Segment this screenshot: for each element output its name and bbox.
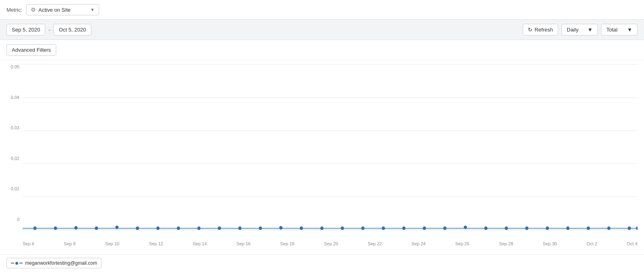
svg-point-25 <box>525 226 528 230</box>
y-label-005: 0.05 <box>11 64 19 69</box>
svg-point-9 <box>197 226 201 230</box>
y-label-002: 0.02 <box>11 156 19 161</box>
y-label-000: 0 <box>17 217 19 222</box>
metric-label: Metric: <box>6 7 22 13</box>
svg-point-17 <box>361 226 364 230</box>
frequency-chevron-icon: ▼ <box>587 27 593 33</box>
x-label-sep18: Sep 18 <box>280 241 294 246</box>
metric-value: Active on Site <box>38 7 88 13</box>
svg-point-13 <box>279 226 282 230</box>
svg-point-27 <box>566 226 570 230</box>
x-label-sep28: Sep 28 <box>499 241 513 246</box>
date-controls-bar: Sep 5, 2020 - Oct 5, 2020 ↻ Refresh Dail… <box>0 20 644 40</box>
end-date-button[interactable]: Oct 5, 2020 <box>53 24 91 36</box>
refresh-button[interactable]: ↻ Refresh <box>523 24 558 36</box>
svg-point-2 <box>54 226 57 230</box>
chart-svg <box>23 64 638 230</box>
legend-dash-right <box>19 263 23 263</box>
advanced-filters-button[interactable]: Advanced Filters <box>6 44 56 56</box>
x-label-sep14: Sep 14 <box>193 241 207 246</box>
svg-point-20 <box>423 226 426 230</box>
svg-point-18 <box>382 226 385 230</box>
metric-bar: Metric: ⚙ Active on Site ▼ <box>0 0 644 20</box>
date-range: Sep 5, 2020 - Oct 5, 2020 <box>6 24 91 36</box>
svg-point-4 <box>95 226 98 230</box>
legend-dash-left <box>11 263 14 263</box>
svg-point-19 <box>402 226 405 230</box>
aggregate-label: Total <box>606 27 617 33</box>
start-date-button[interactable]: Sep 5, 2020 <box>6 24 45 36</box>
svg-point-8 <box>177 226 180 230</box>
svg-point-11 <box>238 226 241 230</box>
svg-point-26 <box>546 226 549 230</box>
y-label-004: 0.04 <box>11 95 19 100</box>
aggregate-chevron-icon: ▼ <box>627 27 632 33</box>
svg-point-21 <box>443 226 447 230</box>
x-label-sep20: Sep 20 <box>324 241 338 246</box>
x-label-oct2: Oct 2 <box>587 241 597 246</box>
svg-point-14 <box>300 226 303 230</box>
svg-point-15 <box>320 226 324 230</box>
legend-line-indicator <box>11 262 23 265</box>
chevron-down-icon: ▼ <box>90 7 95 12</box>
filter-bar: Advanced Filters <box>0 40 644 60</box>
chart-area: 0.05 0.04 0.03 0.02 0.01 0 <box>0 60 644 254</box>
legend-area: meganworkfortesting@gmail.com <box>0 254 644 272</box>
date-separator: - <box>49 27 50 33</box>
svg-point-7 <box>156 226 159 230</box>
x-label-sep10: Sep 10 <box>105 241 119 246</box>
svg-point-16 <box>341 226 344 230</box>
svg-point-30 <box>628 226 631 230</box>
x-label-oct4: Oct 4 <box>627 241 638 246</box>
frequency-label: Daily <box>567 27 578 33</box>
x-label-sep26: Sep 26 <box>455 241 469 246</box>
svg-point-22 <box>464 226 467 229</box>
x-label-sep16: Sep 16 <box>237 241 251 246</box>
svg-point-6 <box>136 226 139 230</box>
metric-dropdown[interactable]: ⚙ Active on Site ▼ <box>26 4 99 15</box>
x-label-sep8: Sep 8 <box>64 241 76 246</box>
legend-dot <box>15 262 18 265</box>
x-label-sep30: Sep 30 <box>543 241 557 246</box>
gear-icon: ⚙ <box>31 6 36 13</box>
svg-point-29 <box>607 226 610 230</box>
frequency-dropdown[interactable]: Daily ▼ <box>561 24 598 36</box>
y-axis: 0.05 0.04 0.03 0.02 0.01 0 <box>0 64 23 230</box>
chart-inner <box>23 64 638 230</box>
aggregate-dropdown[interactable]: Total ▼ <box>601 24 638 36</box>
legend-label: meganworkfortesting@gmail.com <box>25 260 97 266</box>
svg-point-3 <box>74 226 78 230</box>
svg-point-12 <box>259 226 262 230</box>
x-label-sep22: Sep 22 <box>368 241 382 246</box>
svg-point-1 <box>33 226 36 230</box>
svg-point-24 <box>505 226 508 230</box>
x-label-sep6: Sep 6 <box>23 241 34 246</box>
refresh-label: Refresh <box>534 27 553 33</box>
legend-item: meganworkfortesting@gmail.com <box>6 258 102 268</box>
x-axis: Sep 6 Sep 8 Sep 10 Sep 12 Sep 14 Sep 16 … <box>23 241 638 246</box>
y-label-001: 0.01 <box>11 186 19 191</box>
refresh-icon: ↻ <box>528 27 532 33</box>
controls-right: ↻ Refresh Daily ▼ Total ▼ <box>523 24 638 36</box>
x-label-sep12: Sep 12 <box>149 241 163 246</box>
svg-point-5 <box>115 226 119 229</box>
svg-point-28 <box>587 226 590 230</box>
svg-point-31 <box>636 226 638 230</box>
svg-point-23 <box>484 226 487 230</box>
y-label-003: 0.03 <box>11 125 19 130</box>
svg-point-10 <box>218 226 221 230</box>
x-label-sep24: Sep 24 <box>411 241 426 246</box>
